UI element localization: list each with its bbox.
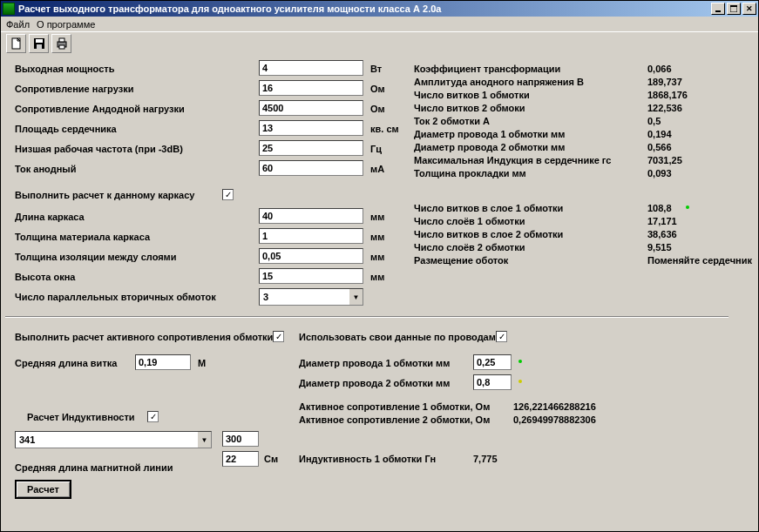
label-wire2-dia: Диаметр провода 2 обмотки мм — [414, 142, 565, 152]
checkbox-calc-active[interactable]: ✓ — [273, 331, 284, 342]
label-calc-induct: Расчет Индуктивности — [27, 412, 135, 422]
label-turns2: Число витков 2 обмоки — [414, 103, 525, 113]
value-anode-voltage: 189,737 — [647, 77, 682, 87]
menubar: Файл О программе — [1, 17, 758, 32]
value-wire1-dia: 0,194 — [647, 129, 672, 139]
input-anode-load-res[interactable] — [259, 100, 363, 116]
label-insul-thickness: Толщина изоляции между слоями — [15, 252, 177, 262]
close-button[interactable]: ✕ — [742, 3, 756, 15]
label-parallel-secondary: Число параллельных вторичных обмоток — [15, 292, 216, 302]
label-coil-placement: Размещение оботок — [414, 255, 508, 266]
svg-rect-0 — [715, 10, 721, 12]
label-active-res2: Активное сопротивление 2 обмотки, Ом — [299, 414, 490, 425]
unit-insul-thickness: мм — [370, 252, 384, 262]
label-current2: Ток 2 обмотки А — [414, 116, 490, 126]
value-turns-layer2: 38,636 — [647, 229, 677, 239]
input-out-power[interactable] — [259, 60, 363, 76]
label-use-own-wire: Использовать свои данные по проводам — [299, 332, 496, 342]
unit-core-area: кв. см — [370, 124, 399, 134]
label-anode-current: Ток анодный — [15, 164, 76, 174]
input-window-height[interactable] — [259, 268, 363, 284]
app-icon — [3, 3, 15, 15]
unit-low-freq: Гц — [370, 144, 382, 154]
value-layers2: 9,515 — [647, 242, 672, 253]
label-active-res1: Активное сопротивление 1 обмотки, Ом — [299, 401, 490, 412]
calculate-button[interactable]: Расчет — [15, 480, 71, 499]
label-layers1: Число слоёв 1 обмотки — [414, 216, 525, 226]
label-turns-layer1: Число витков в слое 1 обмотки — [414, 203, 563, 213]
indicator-dot — [518, 380, 522, 383]
label-anode-load-res: Сопротивление Андодной нагрузки — [15, 104, 185, 114]
checkbox-calc-induct[interactable]: ✓ — [147, 411, 159, 422]
minimize-button[interactable] — [711, 3, 725, 15]
value-turns-layer1: 108,8 — [647, 203, 672, 213]
label-wire1-dia: Диаметр провода 1 обмотки мм — [414, 129, 565, 139]
checkbox-use-own-wire[interactable]: ✓ — [496, 331, 507, 342]
input-load-res[interactable] — [259, 80, 363, 96]
new-button[interactable] — [6, 34, 26, 53]
input-wire1-d[interactable] — [473, 354, 512, 370]
unit-frame-thickness: мм — [370, 232, 384, 242]
save-button[interactable] — [29, 34, 49, 53]
input-num2[interactable] — [222, 451, 259, 467]
label-low-freq: Низшая рабочая частота (при -3dB) — [15, 144, 183, 154]
label-layers2: Число слоёв 2 обмотки — [414, 242, 525, 253]
label-anode-voltage: Амплитуда анодного напряжения В — [414, 77, 584, 87]
chevron-down-icon: ▼ — [197, 432, 211, 448]
label-avg-mag-line: Средняя длина магнитной линии — [15, 462, 173, 473]
value-trans-coef: 0,066 — [647, 64, 672, 74]
label-core-area: Площадь сердечника — [15, 124, 117, 134]
svg-rect-6 — [37, 44, 42, 49]
unit-window-height: мм — [370, 272, 384, 282]
dropdown-induct[interactable]: 341 ▼ — [15, 431, 212, 448]
value-layers1: 17,171 — [647, 216, 677, 226]
label-frame-len: Длина каркаса — [15, 212, 85, 222]
label-turns-layer2: Число витков в слое 2 обмотки — [414, 229, 563, 239]
label-gasket-thickness: Толщина прокладки мм — [414, 168, 526, 178]
menu-file[interactable]: Файл — [6, 19, 30, 30]
label-frame-thickness: Толщина материала каркаса — [15, 232, 150, 242]
checkbox-calc-to-frame[interactable]: ✓ — [222, 189, 234, 200]
toolbar — [1, 32, 758, 55]
main-window: Расчет выходного трансформатора для одно… — [0, 0, 759, 532]
label-window-height: Высота окна — [15, 272, 75, 282]
label-avg-turn-len: Средняя длина витка — [15, 358, 117, 368]
input-frame-len[interactable] — [259, 208, 363, 224]
input-low-freq[interactable] — [259, 140, 363, 156]
label-turns1: Число витков 1 обмотки — [414, 90, 530, 100]
value-active-res2: 0,26949978882306 — [513, 414, 596, 425]
maximize-button[interactable] — [727, 3, 741, 15]
window-title: Расчет выходного трансформатора для одно… — [18, 3, 711, 14]
dropdown-parallel-secondary[interactable]: 3 ▼ — [259, 288, 363, 306]
label-load-res: Сопротивление нагрузки — [15, 84, 133, 94]
label-inductance: Индуктивность 1 обмотки Гн — [299, 454, 436, 464]
value-active-res1: 126,221466288216 — [513, 401, 596, 412]
unit-load-res: Ом — [370, 84, 385, 94]
input-avg-turn-len[interactable] — [135, 354, 191, 370]
label-calc-to-frame: Выполнить расчет к данному каркасу — [15, 190, 194, 200]
unit-frame-len: мм — [370, 212, 384, 222]
value-coil-placement: Поменяйте сердечник — [647, 255, 752, 266]
separator — [5, 316, 729, 317]
label-wire2-d: Диаметр провода 2 обмотки мм — [299, 378, 450, 388]
label-trans-coef: Коэффициент трансформации — [414, 64, 560, 74]
label-out-power: Выходная мощность — [15, 64, 114, 74]
unit-anode-current: мА — [370, 164, 384, 174]
input-core-area[interactable] — [259, 120, 363, 136]
svg-rect-9 — [59, 45, 64, 49]
value-wire2-dia: 0,566 — [647, 142, 672, 152]
value-turns2: 122,536 — [647, 103, 682, 113]
input-insul-thickness[interactable] — [259, 248, 363, 264]
unit-anode-load-res: Ом — [370, 104, 385, 114]
input-anode-current[interactable] — [259, 160, 363, 176]
input-wire2-d[interactable] — [473, 374, 512, 390]
value-current2: 0,5 — [647, 116, 661, 126]
menu-about[interactable]: О программе — [37, 19, 95, 30]
input-num1[interactable] — [222, 431, 259, 447]
print-button[interactable] — [51, 34, 71, 53]
input-frame-thickness[interactable] — [259, 228, 363, 244]
value-turns1: 1868,176 — [647, 90, 688, 100]
unit-out-power: Вт — [370, 64, 382, 74]
value-max-induction: 7031,25 — [647, 155, 682, 165]
svg-rect-5 — [36, 39, 43, 43]
